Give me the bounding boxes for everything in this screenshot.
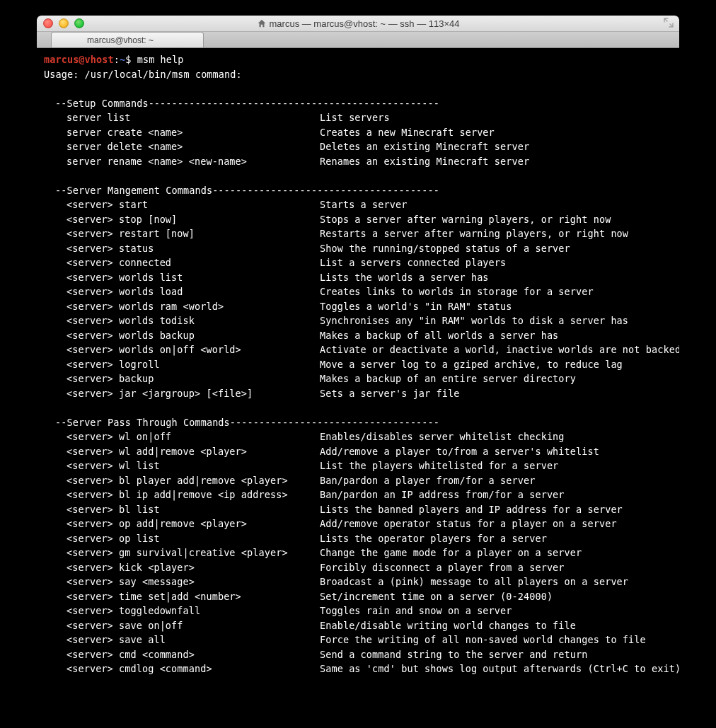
help-description: Broadcast a (pink) message to all player… <box>320 574 628 589</box>
help-row: <server> op listLists the operator playe… <box>44 531 672 546</box>
help-command: <server> say <message> <box>44 574 320 589</box>
help-row: <server> save allForce the writing of al… <box>44 632 672 647</box>
help-command: <server> backup <box>44 371 320 386</box>
help-description: Synchronises any "in RAM" worlds to disk… <box>320 313 628 328</box>
help-command: <server> status <box>44 241 320 256</box>
help-row: <server> gm survival|creative <player>Ch… <box>44 545 672 560</box>
help-row: <server> op add|remove <player>Add/remov… <box>44 516 672 531</box>
help-command: <server> bl ip add|remove <ip address> <box>44 487 320 502</box>
help-command: <server> op add|remove <player> <box>44 516 320 531</box>
help-description: Makes a backup of an entire server direc… <box>320 371 576 386</box>
help-row: server listList servers <box>44 110 672 125</box>
help-command: <server> restart [now] <box>44 226 320 241</box>
help-row: server rename <name> <new-name>Renames a… <box>44 154 672 169</box>
help-row: <server> toggledownfallToggles rain and … <box>44 603 672 618</box>
help-row: <server> save on|offEnable/disable writi… <box>44 618 672 633</box>
help-row: <server> cmdlog <command>Same as 'cmd' b… <box>44 661 672 676</box>
help-description: Add/remove a player to/from a server's w… <box>320 444 599 459</box>
help-command: <server> op list <box>44 531 320 546</box>
help-command: <server> worlds load <box>44 284 320 299</box>
help-row: <server> worlds on|off <world>Activate o… <box>44 342 672 357</box>
help-description: Toggles rain and snow on a server <box>320 603 512 618</box>
help-command: <server> gm survival|creative <player> <box>44 545 320 560</box>
prompt-user: marcus@vhost <box>44 54 114 65</box>
help-description: Add/remove operator status for a player … <box>320 516 617 531</box>
help-description: Lists the worlds a server has <box>320 270 489 285</box>
zoom-button[interactable] <box>74 18 84 28</box>
help-description: Set/increment time on a server (0-24000) <box>320 589 553 604</box>
help-description: Sets a server's jar file <box>320 386 459 401</box>
help-description: Creates a new Minecraft server <box>320 125 495 140</box>
prompt-line: marcus@vhost:~$ msm help <box>44 52 672 67</box>
help-command: <server> wl list <box>44 458 320 473</box>
help-command: <server> cmdlog <command> <box>44 661 320 676</box>
help-row: <server> statusShow the running/stopped … <box>44 241 672 256</box>
help-command: <server> logroll <box>44 357 320 372</box>
traffic-lights <box>37 18 84 28</box>
help-row: <server> worlds listLists the worlds a s… <box>44 270 672 285</box>
help-row: <server> kick <player>Forcibly disconnec… <box>44 560 672 575</box>
help-command: <server> kick <player> <box>44 560 320 575</box>
help-command: <server> bl player add|remove <player> <box>44 473 320 488</box>
titlebar: marcus — marcus@vhost: ~ — ssh — 113×44 <box>37 16 679 32</box>
help-row: <server> wl listList the players whiteli… <box>44 458 672 473</box>
help-row: server delete <name>Deletes an existing … <box>44 139 672 154</box>
help-row: <server> connectedList a servers connect… <box>44 255 672 270</box>
help-description: Force the writing of all non-saved world… <box>320 632 646 647</box>
help-row: <server> wl add|remove <player>Add/remov… <box>44 444 672 459</box>
help-command: <server> stop [now] <box>44 212 320 227</box>
help-description: Send a command string to the server and … <box>320 647 587 662</box>
minimize-button[interactable] <box>59 18 69 28</box>
terminal-window: marcus — marcus@vhost: ~ — ssh — 113×44 … <box>37 16 679 712</box>
help-description: Change the game mode for a player on a s… <box>320 545 582 560</box>
terminal-output[interactable]: marcus@vhost:~$ msm helpUsage: /usr/loca… <box>37 48 679 683</box>
help-row: <server> worlds ram <world>Toggles a wor… <box>44 299 672 314</box>
section-header: --Server Mangement Commands-------------… <box>44 183 672 198</box>
help-command: <server> jar <jargroup> [<file>] <box>44 386 320 401</box>
prompt-path: ~ <box>120 54 125 65</box>
usage-line: Usage: /usr/local/bin/msm command: <box>44 67 672 82</box>
close-button[interactable] <box>43 18 53 28</box>
help-description: Restarts a server after warning players,… <box>320 226 628 241</box>
help-description: Enables/disables server whitelist checki… <box>320 429 565 444</box>
help-description: Lists the banned players and IP address … <box>320 502 623 517</box>
help-row: <server> worlds loadCreates links to wor… <box>44 284 672 299</box>
help-description: Activate or deactivate a world, inactive… <box>320 342 679 357</box>
help-row: <server> restart [now]Restarts a server … <box>44 226 672 241</box>
help-command: <server> wl on|off <box>44 429 320 444</box>
tab-label: marcus@vhost: ~ <box>87 35 154 45</box>
help-description: Show the running/stopped status of a ser… <box>320 241 570 256</box>
help-description: Toggles a world's "in RAM" status <box>320 299 512 314</box>
help-command: <server> time set|add <number> <box>44 589 320 604</box>
help-command: <server> start <box>44 197 320 212</box>
help-row: <server> startStarts a server <box>44 197 672 212</box>
help-command: server delete <name> <box>44 139 320 154</box>
home-icon <box>257 18 267 28</box>
help-description: Lists the operator players for a server <box>320 531 547 546</box>
help-row: server create <name>Creates a new Minecr… <box>44 125 672 140</box>
help-command: server rename <name> <new-name> <box>44 154 320 169</box>
help-description: Move a server log to a gziped archive, t… <box>320 357 623 372</box>
help-command: <server> save all <box>44 632 320 647</box>
help-command: <server> worlds backup <box>44 328 320 343</box>
fullscreen-icon[interactable] <box>664 18 674 28</box>
help-description: Starts a server <box>320 197 407 212</box>
help-command: <server> cmd <command> <box>44 647 320 662</box>
help-row: <server> worlds todiskSynchronises any "… <box>44 313 672 328</box>
help-description: Ban/pardon an IP address from/for a serv… <box>320 487 565 502</box>
help-description: Forcibly disconnect a player from a serv… <box>320 560 565 575</box>
help-row: <server> bl ip add|remove <ip address>Ba… <box>44 487 672 502</box>
help-description: Stops a server after warning players, or… <box>320 212 611 227</box>
help-command: <server> worlds todisk <box>44 313 320 328</box>
typed-command: msm help <box>137 54 184 65</box>
help-row: <server> stop [now]Stops a server after … <box>44 212 672 227</box>
help-command: server list <box>44 110 320 125</box>
section-header: --Server Pass Through Commands----------… <box>44 415 672 430</box>
tab-active[interactable]: marcus@vhost: ~ <box>51 32 204 47</box>
help-command: <server> connected <box>44 255 320 270</box>
help-row: <server> cmd <command>Send a command str… <box>44 647 672 662</box>
help-row: <server> logrollMove a server log to a g… <box>44 357 672 372</box>
window-title: marcus — marcus@vhost: ~ — ssh — 113×44 <box>37 16 679 31</box>
window-title-text: marcus — marcus@vhost: ~ — ssh — 113×44 <box>270 18 460 29</box>
help-description: Makes a backup of all worlds a server ha… <box>320 328 558 343</box>
